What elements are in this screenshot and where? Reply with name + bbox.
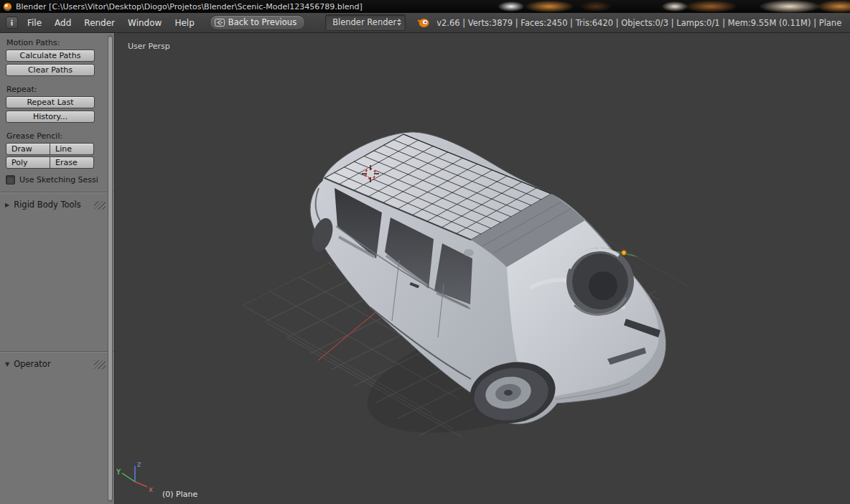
editor-type-icon[interactable] (6, 17, 18, 29)
updown-arrows-icon (397, 19, 401, 26)
menu-window[interactable]: Window (121, 15, 168, 31)
viewport-canvas[interactable]: Y z x (115, 33, 850, 504)
info-header: File Add Render Window Help Back to Prev… (0, 13, 850, 33)
panel-divider (0, 351, 114, 353)
blender-logo-icon (417, 17, 429, 28)
grease-line-button[interactable]: Line (50, 143, 94, 155)
clear-paths-button[interactable]: Clear Paths (6, 64, 95, 76)
scene-statistics: v2.66 | Verts:3879 | Faces:2450 | Tris:6… (436, 18, 841, 28)
window-title: Blender [C:\Users\Vitor\Desktop\Diogo\Pr… (16, 2, 363, 11)
calculate-paths-button[interactable]: Calculate Paths (6, 50, 95, 62)
use-sketching-sessions-row[interactable]: Use Sketching Sessi (6, 175, 114, 185)
axis-gizmo: Y z x (116, 460, 153, 493)
view-perspective-label: User Persp (128, 42, 170, 51)
grease-erase-button[interactable]: Erase (50, 157, 94, 169)
menu-add[interactable]: Add (48, 15, 78, 31)
axis-x-label: x (149, 485, 153, 493)
operator-panel: ▼ Operator (0, 351, 114, 369)
toolshelf-scrollbar[interactable] (108, 35, 113, 502)
menu-render[interactable]: Render (78, 15, 121, 31)
side-mirror (464, 249, 474, 256)
scrollbar-thumb[interactable] (108, 36, 113, 501)
back-to-previous-button[interactable]: Back to Previous (210, 15, 305, 30)
panel-grip-icon (94, 360, 106, 369)
repeat-last-button[interactable]: Repeat Last (6, 96, 95, 108)
axis-y-label: Y (116, 468, 121, 476)
grease-pencil-label: Grease Pencil: (6, 131, 114, 141)
menu-help[interactable]: Help (168, 15, 200, 31)
panel-grip-icon (94, 201, 106, 210)
grease-poly-button[interactable]: Poly (6, 157, 50, 169)
repeat-label: Repeat: (6, 85, 114, 94)
history-button[interactable]: History... (6, 111, 95, 123)
chevron-down-icon: ▼ (5, 361, 9, 368)
chevron-right-icon: ▶ (5, 202, 9, 208)
use-sketching-checkbox[interactable] (6, 175, 15, 185)
render-engine-select[interactable]: Blender Render (325, 14, 406, 31)
car-model[interactable] (308, 132, 665, 430)
object-origin-dot (622, 251, 627, 256)
active-object-label: (0) Plane (162, 490, 197, 499)
use-sketching-label: Use Sketching Sessi (19, 175, 98, 185)
axis-z-label: z (137, 460, 141, 468)
title-bar: Blender [C:\Users\Vitor\Desktop\Diogo\Pr… (0, 0, 850, 13)
operator-panel-header[interactable]: ▼ Operator (5, 359, 114, 369)
viewport-3d[interactable]: Y z x User Persp (0) Plane (115, 33, 850, 504)
front-far-wheel-arch (566, 248, 634, 315)
back-arrow-icon (215, 19, 225, 27)
blender-app-icon (3, 2, 12, 11)
tool-shelf: Motion Paths: Calculate Paths Clear Path… (0, 33, 115, 504)
grease-draw-button[interactable]: Draw (6, 143, 50, 155)
menu-file[interactable]: File (21, 15, 48, 31)
rigid-body-tools-panel-header[interactable]: ▶ Rigid Body Tools (5, 200, 114, 210)
motion-paths-label: Motion Paths: (6, 38, 114, 47)
panel-divider (0, 192, 114, 193)
